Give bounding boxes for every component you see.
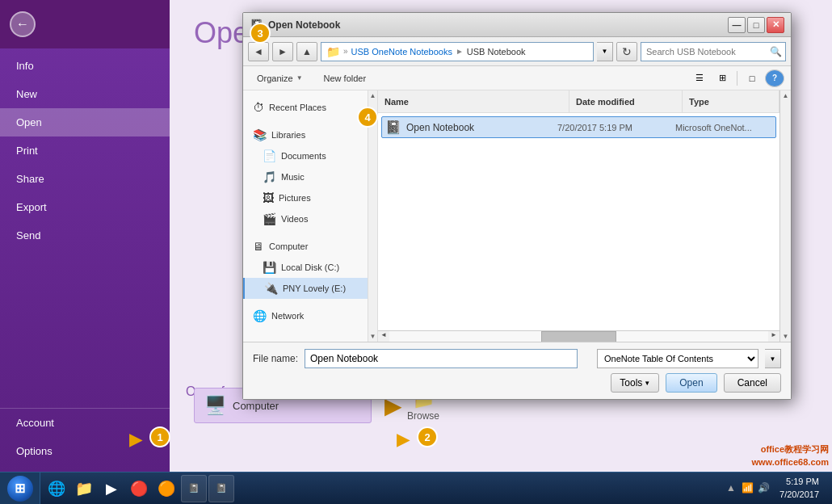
file-item-date: 7/20/2017 5:19 PM xyxy=(557,123,670,132)
col-header-name[interactable]: Name xyxy=(378,90,569,112)
preview-button[interactable]: □ xyxy=(742,69,762,87)
addr-dropdown-button[interactable]: ▼ xyxy=(597,42,613,61)
dialog-toolbar: Organize ▼ New folder ☰ ⊞ □ ? xyxy=(243,66,791,90)
view-details-button[interactable]: ⊞ xyxy=(712,69,732,87)
nav-item-local-disk[interactable]: 💾 Local Disk (C:) xyxy=(243,257,368,278)
file-item-name: Open Notebook xyxy=(406,122,553,133)
col-header-date[interactable]: Date modified xyxy=(569,90,683,112)
nav-item-music[interactable]: 🎵 Music xyxy=(243,166,368,187)
file-item[interactable]: 📓 Open Notebook 7/20/2017 5:19 PM Micros… xyxy=(381,116,776,138)
documents-icon: 📄 xyxy=(263,149,276,162)
nav-item-libraries[interactable]: 📚 Libraries xyxy=(243,124,368,145)
pictures-icon: 🖼 xyxy=(263,191,274,204)
horizontal-scrollbar[interactable]: ◄ ► xyxy=(378,330,779,342)
watermark: office教程学习网 www.office68.com xyxy=(751,443,829,468)
filetype-select[interactable]: OneNote Table Of Contents xyxy=(597,349,758,368)
search-icon[interactable]: 🔍 xyxy=(767,46,785,57)
dialog-files: Name Date modified Type 📓 Open Notebook … xyxy=(378,90,779,342)
search-input[interactable] xyxy=(641,47,767,57)
dialog-overlay: 📓 Open Notebook — □ ✕ ◄ ► ▲ 📁 » USB OneN… xyxy=(0,0,832,504)
dialog-titlebar: 📓 Open Notebook — □ ✕ xyxy=(243,13,791,37)
files-scroll-up[interactable]: ▲ xyxy=(781,90,791,101)
network-nav-icon: 🌐 xyxy=(253,309,267,322)
filetype-dropdown-button[interactable]: ▼ xyxy=(765,349,781,368)
toolbar-separator xyxy=(737,71,737,86)
nav-scroll-down[interactable]: ▼ xyxy=(368,331,378,342)
help-button[interactable]: ? xyxy=(765,69,784,87)
dialog-maximize-button[interactable]: □ xyxy=(747,17,765,33)
toolbar-right: ☰ ⊞ □ ? xyxy=(690,69,784,87)
tools-button[interactable]: Tools ▼ xyxy=(611,373,659,393)
hscroll-track xyxy=(389,331,768,342)
new-folder-button[interactable]: New folder xyxy=(317,71,374,86)
addr-up-button[interactable]: ▲ xyxy=(296,42,317,61)
addr-sep-2: ► xyxy=(456,47,464,56)
addr-current: USB Notebook xyxy=(467,47,526,57)
computer-nav-icon: 🖥 xyxy=(253,240,264,253)
files-scrollbar[interactable]: ▲ ▼ xyxy=(779,90,791,342)
addr-path[interactable]: 📁 » USB OneNote Notebooks ► USB Notebook xyxy=(321,42,594,61)
music-icon: 🎵 xyxy=(263,170,276,183)
watermark-line1: office教程学习网 xyxy=(751,443,829,456)
file-item-type: Microsoft OneNot... xyxy=(675,123,772,132)
nav-item-videos[interactable]: 🎬 Videos xyxy=(243,208,368,229)
watermark-line2: www.office68.com xyxy=(751,456,829,468)
nav-item-pictures[interactable]: 🖼 Pictures xyxy=(243,187,368,208)
addr-back-button[interactable]: ◄ xyxy=(248,42,269,61)
addr-forward-button[interactable]: ► xyxy=(272,42,293,61)
badge-4: 4 xyxy=(357,107,378,128)
open-notebook-dialog: 📓 Open Notebook — □ ✕ ◄ ► ▲ 📁 » USB OneN… xyxy=(242,12,792,400)
dialog-addressbar: ◄ ► ▲ 📁 » USB OneNote Notebooks ► USB No… xyxy=(243,37,791,66)
nav-item-pny[interactable]: 🔌 PNY Lovely (E:) xyxy=(243,278,368,299)
pny-icon: 🔌 xyxy=(264,282,278,295)
nav-item-network[interactable]: 🌐 Network xyxy=(243,305,368,326)
tools-dropdown-icon: ▼ xyxy=(644,380,650,387)
nav-item-documents[interactable]: 📄 Documents xyxy=(243,145,368,166)
local-disk-icon: 💾 xyxy=(263,261,276,274)
organize-button[interactable]: Organize ▼ xyxy=(250,71,310,86)
filename-label: File name: xyxy=(253,353,298,364)
hscroll-right-button[interactable]: ► xyxy=(768,331,779,342)
badge-3: 3 xyxy=(250,23,271,44)
view-list-button[interactable]: ☰ xyxy=(690,69,709,87)
file-item-icon: 📓 xyxy=(385,120,401,135)
nav-scrollbar[interactable]: ▲ ▼ xyxy=(368,90,378,342)
libraries-icon: 📚 xyxy=(253,128,267,141)
files-header: Name Date modified Type xyxy=(378,90,779,113)
recent-icon: ⏱ xyxy=(253,101,264,114)
nav-item-computer[interactable]: 🖥 Computer xyxy=(243,236,368,257)
col-header-type[interactable]: Type xyxy=(683,90,779,112)
dialog-body: ⏱ Recent Places 📚 Libraries 📄 Documents … xyxy=(243,90,791,342)
open-button[interactable]: Open xyxy=(666,373,716,393)
addr-sep-1: » xyxy=(343,47,348,56)
addr-crumb-1[interactable]: USB OneNote Notebooks xyxy=(351,47,452,57)
dialog-close-button[interactable]: ✕ xyxy=(767,17,784,33)
hscroll-left-button[interactable]: ◄ xyxy=(378,331,389,342)
dialog-title-text: Open Notebook xyxy=(268,19,728,31)
addr-search-box[interactable]: 🔍 xyxy=(641,42,786,61)
filename-input[interactable] xyxy=(305,349,578,368)
addr-refresh-button[interactable]: ↻ xyxy=(616,42,637,61)
nav-scroll-up[interactable]: ▲ xyxy=(368,90,378,101)
filename-row: File name: OneNote Table Of Contents ▼ xyxy=(253,349,781,368)
nav-item-recent[interactable]: ⏱ Recent Places xyxy=(243,97,368,118)
cancel-button[interactable]: Cancel xyxy=(724,373,781,393)
dialog-minimize-button[interactable]: — xyxy=(728,17,746,33)
videos-icon: 🎬 xyxy=(263,212,276,225)
folder-icon: 📁 xyxy=(326,45,340,58)
dialog-nav: ⏱ Recent Places 📚 Libraries 📄 Documents … xyxy=(243,90,368,342)
hscroll-thumb[interactable] xyxy=(541,331,617,342)
dialog-controls: — □ ✕ xyxy=(728,17,784,33)
dialog-actions: Tools ▼ Open Cancel xyxy=(253,373,781,393)
desktop: 👤 Mars 🖥️ Computer 🌐 Network 🗑️ Recycle … xyxy=(0,0,832,504)
files-scroll-down[interactable]: ▼ xyxy=(781,331,791,342)
files-body: 📓 Open Notebook 7/20/2017 5:19 PM Micros… xyxy=(378,113,779,330)
dialog-bottom: File name: OneNote Table Of Contents ▼ T… xyxy=(243,342,791,399)
